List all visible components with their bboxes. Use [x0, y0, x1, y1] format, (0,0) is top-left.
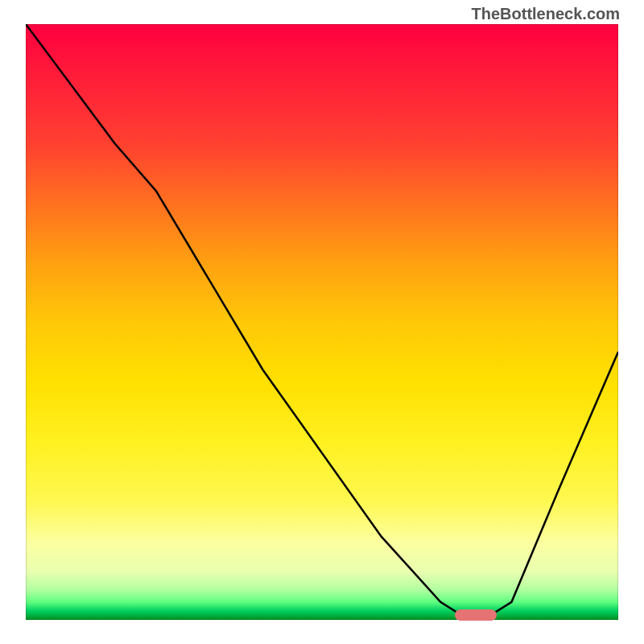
chart-curve [26, 24, 618, 620]
watermark-label: TheBottleneck.com [472, 5, 620, 23]
optimal-marker [455, 609, 497, 621]
chart-container: TheBottleneck.com [0, 0, 644, 644]
